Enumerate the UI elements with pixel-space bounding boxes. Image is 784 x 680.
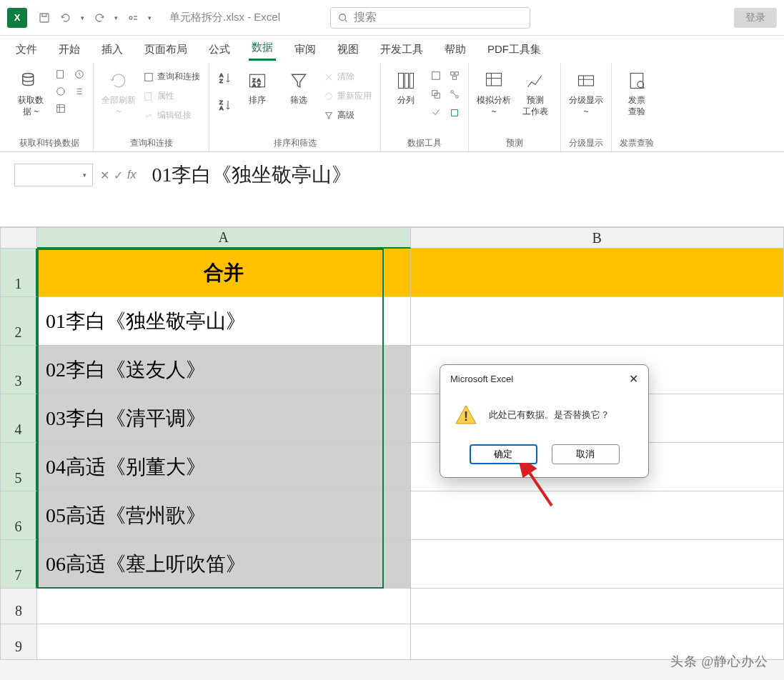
select-all-corner[interactable] bbox=[0, 227, 37, 249]
warning-icon: ! bbox=[455, 404, 477, 426]
outline-button[interactable]: 分级显示 ~ bbox=[567, 66, 605, 120]
tab-data[interactable]: 数据 bbox=[249, 36, 276, 61]
from-text-csv-button[interactable] bbox=[53, 68, 69, 81]
search-placeholder: 搜索 bbox=[354, 10, 377, 25]
cell-a3[interactable]: 02李白《送友人》 bbox=[37, 346, 411, 394]
existing-connections-button[interactable] bbox=[71, 85, 87, 98]
filter-button[interactable]: 筛选 bbox=[279, 66, 318, 109]
spreadsheet-grid: A B 1 合并 201李白《独坐敬亭山》 302李白《送友人》 403李白《清… bbox=[0, 227, 784, 660]
tab-file[interactable]: 文件 bbox=[13, 39, 40, 61]
svg-rect-0 bbox=[40, 14, 49, 22]
column-header-a[interactable]: A bbox=[37, 227, 411, 249]
svg-rect-6 bbox=[57, 105, 65, 113]
invoice-check-button[interactable]: 发票 查验 bbox=[617, 66, 656, 120]
cell-a7[interactable]: 06高适《塞上听吹笛》 bbox=[37, 540, 411, 589]
ribbon-group-label: 数据工具 bbox=[387, 135, 462, 151]
cancel-button[interactable]: 取消 bbox=[552, 444, 620, 464]
row-header[interactable]: 8 bbox=[0, 589, 37, 624]
cell-b2[interactable] bbox=[411, 297, 785, 346]
row-header[interactable]: 6 bbox=[0, 491, 37, 540]
svg-rect-4 bbox=[57, 71, 64, 79]
svg-rect-8 bbox=[145, 73, 153, 81]
row-header[interactable]: 4 bbox=[0, 394, 37, 443]
confirm-formula-icon[interactable]: ✓ bbox=[114, 169, 123, 182]
fx-icon[interactable]: fx bbox=[127, 169, 136, 181]
from-web-button[interactable] bbox=[53, 85, 69, 98]
tab-help[interactable]: 帮助 bbox=[442, 39, 469, 61]
close-icon[interactable]: ✕ bbox=[629, 372, 638, 386]
sort-asc-button[interactable]: AZ bbox=[215, 69, 235, 86]
name-box[interactable]: ▾ bbox=[14, 164, 93, 186]
cell-b8[interactable] bbox=[411, 589, 785, 624]
columns-icon bbox=[395, 69, 417, 92]
cell-a8[interactable] bbox=[37, 589, 411, 624]
reapply-button: 重新应用 bbox=[321, 89, 374, 104]
from-table-button[interactable] bbox=[53, 102, 69, 115]
advanced-filter-button[interactable]: 高级 bbox=[321, 108, 374, 123]
cell-b6[interactable] bbox=[411, 491, 785, 540]
cell-a1[interactable]: 合并 bbox=[37, 249, 411, 297]
column-header-b[interactable]: B bbox=[411, 227, 785, 249]
tab-view[interactable]: 视图 bbox=[334, 39, 362, 61]
forecast-sheet-button[interactable]: 预测 工作表 bbox=[516, 66, 555, 120]
ribbon-group-label: 查询和连接 bbox=[99, 135, 203, 151]
row-header[interactable]: 1 bbox=[0, 249, 37, 297]
row-header[interactable]: 7 bbox=[0, 540, 37, 589]
row-header[interactable]: 9 bbox=[0, 624, 37, 660]
remove-duplicates-button[interactable] bbox=[428, 88, 444, 101]
ribbon-group-label: 预测 bbox=[475, 135, 555, 151]
undo-dropdown-icon[interactable]: ▾ bbox=[81, 14, 84, 21]
tab-review[interactable]: 审阅 bbox=[292, 39, 319, 61]
tab-page-layout[interactable]: 页面布局 bbox=[142, 39, 190, 61]
search-input[interactable]: 搜索 bbox=[330, 7, 530, 29]
cell-b1[interactable] bbox=[411, 249, 785, 297]
save-icon[interactable] bbox=[38, 11, 51, 24]
chevron-down-icon[interactable]: ▾ bbox=[83, 171, 86, 179]
tab-pdf[interactable]: PDF工具集 bbox=[485, 39, 544, 61]
consolidate-button[interactable] bbox=[447, 69, 462, 82]
svg-rect-30 bbox=[579, 76, 594, 86]
title-bar: X ▾ ▾ ▾ 单元格拆分.xlsx - Excel 搜索 登录 bbox=[0, 0, 784, 36]
qat-customize-icon[interactable]: ▾ bbox=[148, 14, 152, 21]
login-button[interactable]: 登录 bbox=[734, 8, 777, 28]
cancel-formula-icon[interactable]: ✕ bbox=[100, 169, 109, 182]
row-header[interactable]: 5 bbox=[0, 443, 37, 491]
relationships-button[interactable] bbox=[447, 88, 462, 101]
queries-connections-button[interactable]: 查询和连接 bbox=[141, 69, 203, 84]
redo-dropdown-icon[interactable]: ▾ bbox=[114, 14, 118, 21]
sort-button[interactable]: Z AA Z 排序 bbox=[238, 66, 277, 109]
row-header[interactable]: 3 bbox=[0, 346, 37, 394]
tab-insert[interactable]: 插入 bbox=[99, 39, 126, 61]
excel-logo-icon: X bbox=[7, 8, 27, 28]
data-validation-button[interactable] bbox=[428, 106, 444, 119]
redo-icon[interactable] bbox=[93, 11, 106, 24]
touch-mode-icon[interactable] bbox=[126, 11, 139, 24]
svg-point-26 bbox=[451, 91, 454, 94]
cell-a9[interactable] bbox=[37, 624, 411, 660]
tab-home[interactable]: 开始 bbox=[56, 39, 83, 61]
recent-sources-button[interactable] bbox=[71, 68, 87, 81]
ribbon-group-label: 获取和转换数据 bbox=[11, 135, 87, 151]
tab-developer[interactable]: 开发工具 bbox=[377, 39, 426, 61]
forecast-icon bbox=[524, 69, 547, 92]
get-data-button[interactable]: 获取数 据 ~ bbox=[11, 66, 50, 120]
flash-fill-button[interactable] bbox=[428, 69, 444, 82]
quick-access-toolbar: ▾ ▾ ▾ bbox=[38, 11, 152, 24]
cell-a4[interactable]: 03李白《清平调》 bbox=[37, 394, 411, 443]
cell-a2[interactable]: 01李白《独坐敬亭山》 bbox=[37, 297, 411, 346]
what-if-analysis-button[interactable]: 模拟分析 ~ bbox=[475, 66, 513, 120]
cell-b7[interactable] bbox=[411, 540, 785, 589]
refresh-all-button: 全部刷新 ~ bbox=[99, 66, 138, 120]
row-header[interactable]: 2 bbox=[0, 297, 37, 346]
formula-input[interactable]: 01李白《独坐敬亭山》 bbox=[143, 161, 770, 189]
svg-point-27 bbox=[456, 96, 459, 99]
tab-formulas[interactable]: 公式 bbox=[206, 39, 233, 61]
undo-icon[interactable] bbox=[59, 11, 72, 24]
text-to-columns-button[interactable]: 分列 bbox=[387, 66, 425, 109]
cell-a6[interactable]: 05高适《营州歌》 bbox=[37, 491, 411, 540]
cell-a5[interactable]: 04高适《别董大》 bbox=[37, 443, 411, 491]
ok-button[interactable]: 确定 bbox=[470, 444, 537, 464]
data-model-button[interactable] bbox=[447, 106, 462, 119]
sort-desc-button[interactable]: ZA bbox=[215, 96, 235, 114]
database-icon bbox=[19, 69, 42, 92]
